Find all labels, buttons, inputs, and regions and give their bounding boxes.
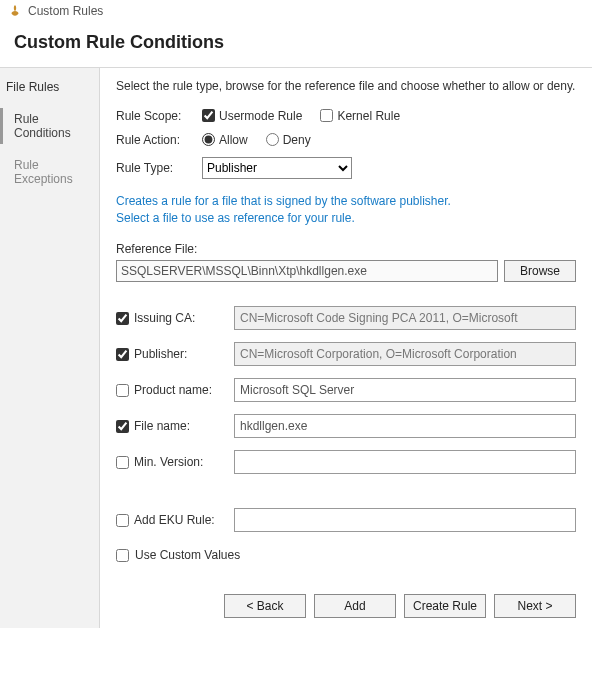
usermode-rule-label: Usermode Rule [219, 109, 302, 123]
reference-file-label: Reference File: [116, 242, 576, 256]
publisher-label: Publisher: [134, 347, 234, 361]
rule-type-hint: Creates a rule for a file that is signed… [116, 193, 576, 227]
intro-text: Select the rule type, browse for the ref… [116, 78, 576, 95]
rule-type-row: Rule Type: Publisher [116, 157, 576, 179]
min-version-checkbox[interactable] [116, 456, 129, 469]
publisher-checkbox[interactable] [116, 348, 129, 361]
allow-radio-label: Allow [219, 133, 248, 147]
add-eku-field[interactable] [234, 508, 576, 532]
product-name-label: Product name: [134, 383, 234, 397]
app-icon [8, 4, 22, 18]
publisher-field[interactable] [234, 342, 576, 366]
use-custom-values-checkbox[interactable] [116, 549, 129, 562]
deny-radio-label: Deny [283, 133, 311, 147]
next-button[interactable]: Next > [494, 594, 576, 618]
add-eku-checkbox[interactable] [116, 514, 129, 527]
rule-type-select[interactable]: Publisher [202, 157, 352, 179]
wizard-footer: < Back Add Create Rule Next > [116, 564, 576, 618]
deny-radio-input[interactable] [266, 133, 279, 146]
file-name-label: File name: [134, 419, 234, 433]
kernel-rule-label: Kernel Rule [337, 109, 400, 123]
use-custom-values-label: Use Custom Values [135, 548, 240, 562]
sidebar-section-file-rules[interactable]: File Rules [0, 74, 99, 98]
kernel-rule-input[interactable] [320, 109, 333, 122]
product-name-checkbox[interactable] [116, 384, 129, 397]
rule-fields: Issuing CA: Publisher: Product name: Fil… [116, 306, 576, 562]
add-button[interactable]: Add [314, 594, 396, 618]
browse-button[interactable]: Browse [504, 260, 576, 282]
min-version-field[interactable] [234, 450, 576, 474]
add-eku-label: Add EKU Rule: [134, 513, 234, 527]
issuing-ca-label: Issuing CA: [134, 311, 234, 325]
sidebar: File Rules Rule Conditions Rule Exceptio… [0, 68, 100, 628]
allow-radio[interactable]: Allow [202, 133, 248, 147]
issuing-ca-field[interactable] [234, 306, 576, 330]
main-panel: Select the rule type, browse for the ref… [100, 68, 592, 628]
file-name-checkbox[interactable] [116, 420, 129, 433]
sidebar-item-rule-exceptions[interactable]: Rule Exceptions [0, 154, 99, 190]
usermode-rule-checkbox[interactable]: Usermode Rule [202, 109, 302, 123]
back-button[interactable]: < Back [224, 594, 306, 618]
deny-radio[interactable]: Deny [266, 133, 311, 147]
product-name-field[interactable] [234, 378, 576, 402]
min-version-label: Min. Version: [134, 455, 234, 469]
kernel-rule-checkbox[interactable]: Kernel Rule [320, 109, 400, 123]
titlebar: Custom Rules [0, 0, 592, 22]
reference-file-row: Browse [116, 260, 576, 282]
spacer [116, 486, 576, 496]
issuing-ca-checkbox[interactable] [116, 312, 129, 325]
rule-scope-row: Rule Scope: Usermode Rule Kernel Rule [116, 109, 576, 123]
page-title: Custom Rule Conditions [0, 22, 592, 67]
rule-action-label: Rule Action: [116, 133, 194, 147]
window-title: Custom Rules [28, 4, 103, 18]
allow-radio-input[interactable] [202, 133, 215, 146]
rule-type-label: Rule Type: [116, 161, 194, 175]
file-name-field[interactable] [234, 414, 576, 438]
sidebar-item-rule-conditions[interactable]: Rule Conditions [0, 108, 99, 144]
reference-file-input[interactable] [116, 260, 498, 282]
rule-action-row: Rule Action: Allow Deny [116, 133, 576, 147]
create-rule-button[interactable]: Create Rule [404, 594, 486, 618]
rule-scope-label: Rule Scope: [116, 109, 194, 123]
usermode-rule-input[interactable] [202, 109, 215, 122]
